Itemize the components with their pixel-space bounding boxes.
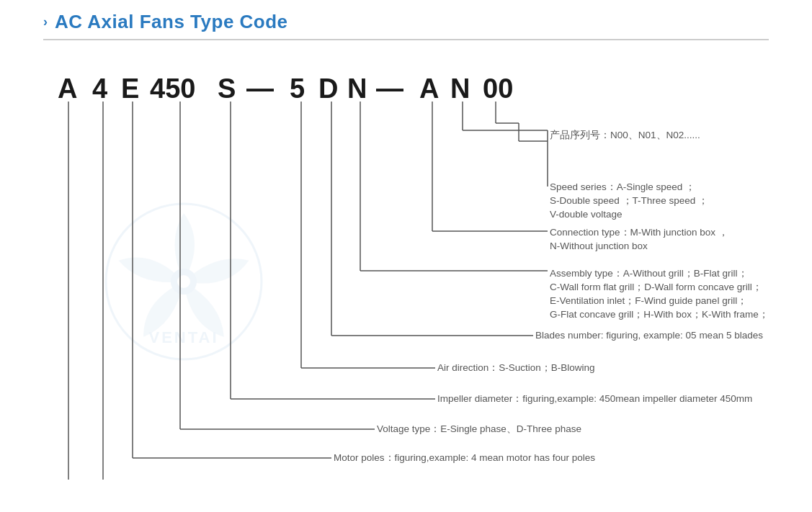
page-container: › AC Axial Fans Type Code VE xyxy=(0,0,812,512)
code-00: 00 xyxy=(483,73,513,104)
code-450: 450 xyxy=(150,73,195,104)
code-dash1: — xyxy=(246,73,274,104)
type-code-diagram: A 4 E 450 S — 5 D N — A N 00 xyxy=(43,55,769,480)
code-N: N xyxy=(347,73,367,104)
annotation-assembly-4: G-Flat concave grill；H-With box；K-With f… xyxy=(550,309,769,320)
code-E: E xyxy=(121,73,139,104)
code-N2: N xyxy=(450,73,470,104)
annotation-impeller: Impeller diameter：figuring,example: 450m… xyxy=(437,393,752,404)
annotation-motor-poles: Motor poles：figuring,example: 4 mean mot… xyxy=(334,452,595,463)
annotation-speed-series-2: S-Double speed ；T-Three speed ； xyxy=(550,195,708,206)
code-D: D xyxy=(318,73,338,104)
code-dash2: — xyxy=(376,73,403,104)
header: › AC Axial Fans Type Code xyxy=(43,11,769,40)
code-5: 5 xyxy=(290,73,305,104)
code-S: S xyxy=(218,73,236,104)
annotation-connection-1: Connection type：M-With junction box ， xyxy=(550,227,728,238)
annotation-assembly-2: C-Wall form flat grill；D-Wall form conca… xyxy=(550,282,762,292)
page-title: AC Axial Fans Type Code xyxy=(55,11,288,33)
annotation-voltage: Voltage type：E-Single phase、D-Three phas… xyxy=(377,423,581,434)
annotation-speed-series-3: V-double voltage xyxy=(550,209,623,220)
annotation-product-series: 产品序列号：N00、N01、N02...... xyxy=(550,130,700,140)
annotation-air-direction: Air direction：S-Suction；B-Blowing xyxy=(437,362,595,373)
code-4: 4 xyxy=(92,73,107,104)
annotation-connection-2: N-Without junction box xyxy=(550,241,648,251)
chevron-icon: › xyxy=(43,14,48,30)
annotation-assembly-1: Assembly type：A-Without grill；B-Flat gri… xyxy=(550,268,748,279)
annotation-blades: Blades number: figuring, example: 05 mea… xyxy=(535,330,763,341)
annotation-assembly-3: E-Ventilation inlet；F-Wind guide panel g… xyxy=(550,295,747,306)
code-A2: A xyxy=(419,73,439,104)
code-A: A xyxy=(58,73,77,104)
annotation-speed-series-1: Speed series：A-Single speed ； xyxy=(550,181,695,192)
diagram-area: VENTAI A 4 E 450 S — 5 D N — xyxy=(43,55,769,480)
